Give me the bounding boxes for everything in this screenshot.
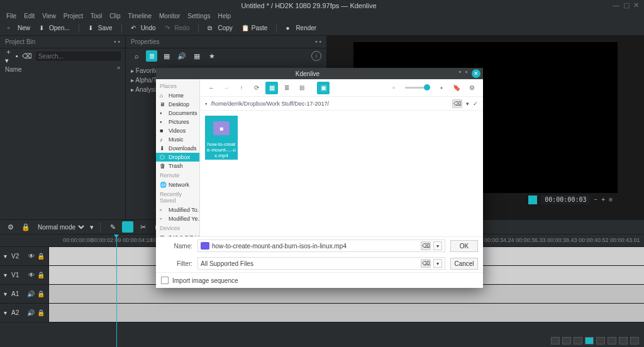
filter-input[interactable]: All Supported Files ⌫ ▾	[197, 257, 445, 270]
folder-icon[interactable]: ▪	[16, 52, 18, 60]
new-button[interactable]: ▫New	[5, 23, 33, 33]
menu-tool[interactable]: Tool	[91, 13, 102, 19]
forward-icon[interactable]: →	[220, 82, 233, 94]
cut-icon[interactable]: ✂	[137, 221, 148, 233]
tc-plus-button[interactable]: +	[601, 196, 605, 203]
dialog-minimize-icon[interactable]: ˅	[457, 70, 463, 77]
lock-icon[interactable]: 🔒	[20, 221, 31, 233]
playhead[interactable]	[116, 234, 117, 347]
panel-dots-icon[interactable]: • •	[114, 38, 120, 45]
status-box[interactable]	[619, 337, 628, 344]
gear-icon[interactable]: ⚙	[5, 221, 16, 233]
tree-view-icon[interactable]: ⊞	[296, 82, 308, 94]
track-body[interactable]	[49, 304, 644, 322]
razor-icon[interactable]: ✎	[107, 221, 118, 233]
fold-icon[interactable]: ▾	[4, 272, 9, 278]
status-box[interactable]	[608, 337, 616, 344]
dialog-titlebar[interactable]: Kdenlive ˅ ˄ ✕	[156, 68, 483, 79]
menu-edit[interactable]: Edit	[24, 13, 35, 19]
back-icon[interactable]: ←	[205, 82, 218, 94]
place-dropbox[interactable]: ⬡Dropbox	[156, 153, 199, 162]
copy-button[interactable]: ⧉Copy	[205, 23, 235, 33]
path-dropdown-icon[interactable]: ▾	[466, 101, 469, 107]
mute-icon[interactable]: 🔊	[27, 290, 35, 297]
place-desktop[interactable]: 🖥Desktop	[156, 100, 199, 109]
menu-timeline[interactable]: Timeline	[128, 13, 152, 19]
status-box[interactable]	[596, 337, 605, 344]
name-dropdown-icon[interactable]: ▾	[433, 241, 442, 250]
mute-icon[interactable]: 👁	[28, 253, 35, 260]
redo-button[interactable]: ↷Redo	[162, 23, 192, 33]
place-downloads[interactable]: ⬇Downloads	[156, 144, 199, 153]
clear-path-icon[interactable]: ⌫	[452, 99, 462, 108]
menu-settings[interactable]: Settings	[187, 13, 210, 19]
recent-yesterday[interactable]: ▫Modified Ye...	[156, 214, 199, 223]
lock-icon[interactable]: 🔒	[37, 290, 45, 297]
clear-filter-icon[interactable]: ⌫	[421, 259, 431, 268]
paste-button[interactable]: 📋Paste	[239, 23, 270, 33]
path-accept-icon[interactable]: ✓	[473, 101, 478, 107]
tc-minus-button[interactable]: −	[594, 196, 597, 203]
place-trash[interactable]: 🗑Trash	[156, 162, 199, 170]
slider-thumb[interactable]	[424, 84, 430, 91]
info-icon[interactable]: i	[311, 51, 321, 61]
mute-icon[interactable]: 👁	[28, 272, 35, 278]
lock-icon[interactable]: 🔒	[37, 253, 45, 260]
place-documents[interactable]: ▪Documents	[156, 109, 199, 118]
file-browser-area[interactable]: ■ how-to-create-mount-...-ux.mp4	[200, 111, 483, 236]
fold-icon[interactable]: ▾	[4, 290, 9, 297]
menu-view[interactable]: View	[42, 13, 56, 19]
menu-help[interactable]: Help	[218, 13, 231, 19]
delete-icon[interactable]: ⌫	[22, 52, 32, 60]
search-input[interactable]	[36, 52, 121, 61]
file-item[interactable]: ■ how-to-create-mount-...-ux.mp4	[205, 116, 238, 160]
fold-icon[interactable]: ▾	[4, 309, 9, 316]
undo-button[interactable]: ↶Undo	[128, 23, 158, 33]
status-box[interactable]	[630, 337, 639, 344]
speaker-icon[interactable]: 🔊	[176, 50, 187, 62]
reload-icon[interactable]: ⟳	[250, 82, 263, 94]
film-icon[interactable]: ▦	[161, 50, 172, 62]
status-box[interactable]	[562, 337, 571, 344]
lock-icon[interactable]: 🔒	[37, 272, 45, 278]
dialog-close-icon[interactable]: ✕	[472, 69, 480, 78]
preview-icon[interactable]: ▣	[317, 82, 330, 94]
import-sequence-checkbox[interactable]	[161, 277, 169, 284]
lock-icon[interactable]: 🔒	[37, 309, 45, 316]
edit-mode-dropdown[interactable]: Normal mode	[35, 223, 86, 231]
ok-button[interactable]: OK	[450, 240, 478, 252]
status-box[interactable]	[574, 337, 582, 344]
minimize-icon[interactable]: —	[613, 1, 619, 9]
list-view-icon[interactable]: ≣	[146, 50, 157, 62]
path-text[interactable]: /home/derrik/Dropbox/Work Stuff/Dec-17-2…	[211, 101, 448, 107]
path-bar[interactable]: ▪ /home/derrik/Dropbox/Work Stuff/Dec-17…	[200, 97, 483, 111]
settings-icon[interactable]: ⚙	[465, 82, 478, 94]
fold-icon[interactable]: ▾	[4, 253, 9, 260]
status-box[interactable]	[585, 337, 594, 344]
filter-dropdown-icon[interactable]: ▾	[433, 259, 442, 268]
monitor-menu-icon[interactable]: ≡	[609, 196, 613, 203]
maximize-icon[interactable]: ▢	[623, 1, 630, 9]
menu-file[interactable]: File	[6, 13, 16, 19]
menu-project[interactable]: Project	[64, 13, 83, 19]
device-drive[interactable]: ⊟346.6 GiB H...	[156, 233, 199, 236]
place-home[interactable]: ⌂Home	[156, 91, 199, 100]
place-videos[interactable]: ■Videos	[156, 126, 199, 135]
zoom-out-icon[interactable]: ▫	[387, 82, 400, 94]
close-icon[interactable]: ✕	[633, 1, 639, 9]
clear-name-icon[interactable]: ⌫	[421, 241, 431, 250]
menu-clip[interactable]: Clip	[109, 13, 120, 19]
recent-today[interactable]: ▫Modified To...	[156, 206, 199, 214]
status-box[interactable]	[551, 337, 560, 344]
sort-arrow-icon[interactable]: ^	[117, 66, 120, 73]
monitor-timecode[interactable]: 00:00:00:03	[541, 195, 590, 204]
zoom-slider[interactable]	[405, 87, 430, 89]
menu-monitor[interactable]: Monitor	[159, 13, 180, 19]
star-icon[interactable]: ★	[206, 50, 218, 62]
render-button[interactable]: ●Render	[283, 23, 319, 33]
name-column[interactable]: Name	[5, 66, 22, 73]
open-button[interactable]: ⬇Open...	[36, 23, 72, 33]
place-pictures[interactable]: ▪Pictures	[156, 118, 199, 126]
grid-icon[interactable]: ▦	[191, 50, 203, 62]
icon-view-icon[interactable]: ▦	[265, 82, 278, 94]
